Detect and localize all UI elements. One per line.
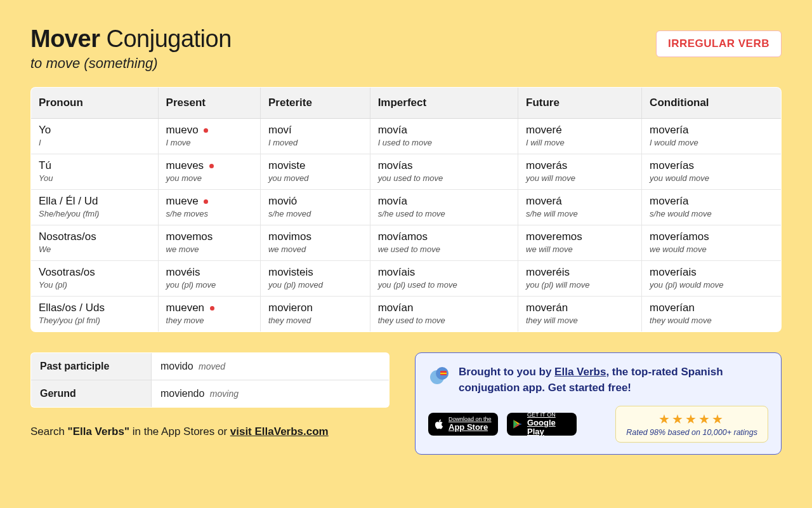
table-row: TúYoumueves you movemoviste you movedmov… <box>31 154 782 190</box>
present-cell: movéis you (pl) move <box>158 261 260 297</box>
preterite-cell: movió s/he moved <box>260 190 370 225</box>
future-cell: moverán they will move <box>518 297 642 332</box>
page-title: Mover Conjugation <box>30 25 232 53</box>
pronoun-cell: Vosotras/osYou (pl) <box>31 261 159 297</box>
future-cell: moveremos we will move <box>518 225 642 261</box>
past-participle-label: Past participle <box>31 353 152 380</box>
preterite-cell: movieron they moved <box>260 297 370 332</box>
preterite-cell: movisteis you (pl) moved <box>260 261 370 297</box>
column-header: Imperfect <box>370 88 518 119</box>
pronoun-cell: Ella / Él / UdShe/he/you (fml) <box>31 190 159 225</box>
table-row: YoImuevo I movemoví I movedmovía I used … <box>31 119 782 154</box>
future-cell: moverá s/he will move <box>518 190 642 225</box>
irregular-dot-icon <box>204 128 208 133</box>
conditional-cell: moveríais you (pl) would move <box>642 261 782 297</box>
rating-box: ★★★★★ Rated 98% based on 10,000+ ratings <box>615 406 768 443</box>
imperfect-cell: movíamos we used to move <box>370 225 518 261</box>
column-header: Preterite <box>260 88 370 119</box>
forms-table: Past participle movido moved Gerund movi… <box>30 352 390 408</box>
irregular-badge: IRREGULAR VERB <box>656 30 782 57</box>
app-store-button[interactable]: Download on theApp Store <box>428 413 498 436</box>
column-header: Present <box>158 88 260 119</box>
column-header: Pronoun <box>31 88 159 119</box>
gerund-value: moviendo moving <box>152 380 390 408</box>
preterite-cell: moví I moved <box>260 119 370 154</box>
search-line: Search "Ella Verbs" in the App Stores or… <box>30 425 390 438</box>
pronoun-cell: TúYou <box>31 154 159 190</box>
conditional-cell: movería s/he would move <box>642 190 782 225</box>
preterite-cell: moviste you moved <box>260 154 370 190</box>
preterite-cell: movimos we moved <box>260 225 370 261</box>
future-cell: moveré I will move <box>518 119 642 154</box>
conditional-cell: movería I would move <box>642 119 782 154</box>
conditional-cell: moverían they would move <box>642 297 782 332</box>
pronoun-cell: Nosotras/osWe <box>31 225 159 261</box>
conditional-cell: moveríamos we would move <box>642 225 782 261</box>
present-cell: movemos we move <box>158 225 260 261</box>
irregular-dot-icon <box>210 306 214 311</box>
pronoun-cell: YoI <box>31 119 159 154</box>
table-row: Nosotras/osWemovemos we movemovimos we m… <box>31 225 782 261</box>
present-cell: mueven they move <box>158 297 260 332</box>
future-cell: moveréis you (pl) will move <box>518 261 642 297</box>
column-header: Future <box>518 88 642 119</box>
gerund-label: Gerund <box>31 380 152 408</box>
future-cell: moverás you will move <box>518 154 642 190</box>
imperfect-cell: movíais you (pl) used to move <box>370 261 518 297</box>
visit-link[interactable]: visit EllaVerbs.com <box>230 425 329 438</box>
present-cell: mueve s/he moves <box>158 190 260 225</box>
table-row: Ellas/os / UdsThey/you (pl fml)mueven th… <box>31 297 782 332</box>
google-play-button[interactable]: GET IT ONGoogle Play <box>507 413 577 436</box>
imperfect-cell: movían they used to move <box>370 297 518 332</box>
table-row: Ella / Él / UdShe/he/you (fml)mueve s/he… <box>31 190 782 225</box>
pronoun-cell: Ellas/os / UdsThey/you (pl fml) <box>31 297 159 332</box>
ella-verbs-link[interactable]: Ella Verbs <box>554 366 606 378</box>
conditional-cell: moverías you would move <box>642 154 782 190</box>
promo-box: Brought to you by Ella Verbs, the top-ra… <box>415 352 782 455</box>
column-header: Conditional <box>642 88 782 119</box>
app-icon <box>428 364 451 387</box>
conjugation-table: PronounPresentPreteriteImperfectFutureCo… <box>30 87 782 332</box>
irregular-dot-icon <box>204 199 208 204</box>
imperfect-cell: movía I used to move <box>370 119 518 154</box>
imperfect-cell: movías you used to move <box>370 154 518 190</box>
svg-rect-3 <box>440 373 447 374</box>
present-cell: muevo I move <box>158 119 260 154</box>
promo-text: Brought to you by Ella Verbs, the top-ra… <box>459 364 768 396</box>
stars-icon: ★★★★★ <box>626 411 757 427</box>
past-participle-value: movido moved <box>152 353 390 380</box>
table-row: Vosotras/osYou (pl)movéis you (pl) movem… <box>31 261 782 297</box>
irregular-dot-icon <box>209 164 214 168</box>
present-cell: mueves you move <box>158 154 260 190</box>
verb-translation: to move (something) <box>30 55 232 72</box>
imperfect-cell: movía s/he used to move <box>370 190 518 225</box>
